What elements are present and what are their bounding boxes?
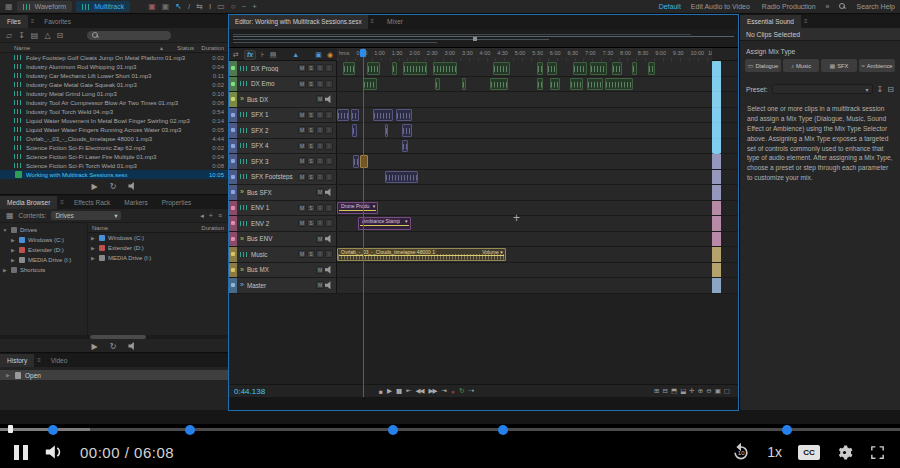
tree-item-extender-d[interactable]: ▶Extender (D:) [0,245,87,255]
input-monitor-button[interactable]: I [325,173,333,181]
tree-item-drives[interactable]: ▼Drives [0,225,87,235]
patch-icon[interactable]: ⇄ [233,51,239,59]
tab-history[interactable]: History [0,354,34,367]
markers-icon[interactable]: ▣ [315,51,322,59]
audio-clip[interactable] [537,62,543,75]
skip-to-start-button[interactable]: ⇤ [406,387,410,395]
mute-button[interactable]: M [298,204,306,212]
audio-clip[interactable] [392,62,397,75]
mute-button[interactable]: M [298,250,306,258]
file-row[interactable]: Industry Gate Metal Gate Squeak 01.mp30:… [0,80,228,89]
video-progress-bar[interactable] [0,428,900,431]
panel-menu-icon[interactable]: ≡ [368,15,378,29]
video-scrubber-handle[interactable] [8,425,13,433]
track-lane[interactable] [337,170,712,185]
preview-loop-button[interactable]: ↻ [110,342,117,351]
track-header-env-2[interactable]: ENV 2MSRI [229,216,337,231]
audio-clip[interactable] [363,78,377,91]
panel-menu-icon[interactable]: ≡ [34,354,44,367]
record-toggle-icon[interactable]: ▣ [148,2,156,12]
solo-button[interactable]: S [307,157,315,165]
file-row[interactable]: Working with Multitrack Sessions.sesx10:… [0,170,228,179]
audio-clip[interactable]: Ambiance Stamp F...▾ [358,217,411,230]
monitor-speaker-icon[interactable] [325,266,333,274]
track-lane[interactable] [337,61,712,76]
tab-effects-rack[interactable]: Effects Rack [67,196,117,209]
audio-clip[interactable] [435,78,440,91]
audio-clip[interactable] [550,78,560,91]
workspace-link-radio-production[interactable]: Radio Production [762,3,816,10]
file-row[interactable]: Science Fiction Sci-Fi Torch Weld 01.mp3… [0,161,228,170]
mute-button[interactable]: M [298,142,306,150]
panel-menu-icon[interactable]: ≡ [801,15,811,28]
input-monitor-button[interactable]: I [325,157,333,165]
preview-play-button[interactable]: ▶ [92,342,98,351]
tab-video[interactable]: Video [44,354,75,367]
column-name[interactable]: Name [14,45,30,51]
input-monitor-button[interactable]: I [325,250,333,258]
zoom-out-time-button[interactable]: ⊖ [706,387,711,395]
solo-button[interactable]: S [307,64,315,72]
record-arm-button[interactable]: R [316,157,324,165]
track-lane[interactable] [337,154,712,169]
expander-icon[interactable]: ▶ [90,255,96,261]
stop-button[interactable]: ■ [379,388,382,395]
clip-volume-label[interactable]: Volume ▾ [482,249,503,255]
track-lane[interactable]: Ambiance Stamp F...▾ [337,216,712,231]
input-monitor-button[interactable]: I [325,204,333,212]
new-item-icon[interactable]: ▤ [31,31,39,40]
audio-clip[interactable] [490,78,508,91]
timeline-ruler[interactable]: hms 0:301:001:302:002:303:003:304:004:30… [337,48,712,61]
history-entry-open[interactable]: ▶Open [0,370,228,380]
track-header-env-1[interactable]: ENV 1MSRI [229,201,337,216]
input-monitor-button[interactable]: I [325,80,333,88]
lasso-tool-icon[interactable]: ○ [231,2,236,12]
navigator-handle[interactable] [473,37,477,41]
playhead-line[interactable] [363,48,364,397]
zoom-navigator[interactable] [229,29,738,48]
track-lane[interactable] [337,278,712,293]
search-help-link[interactable]: Search Help [856,3,895,10]
track-lane[interactable] [337,139,712,154]
chapter-marker-dot[interactable] [782,425,792,435]
tab-media-browser[interactable]: Media Browser [0,196,57,209]
playback-speed-button[interactable]: 1x [767,444,782,460]
file-row[interactable]: Foley Footstep Golf Cleats Jump On Metal… [0,53,228,62]
track-header-bus-mx[interactable]: »Bus MXM [229,263,337,278]
track-header-music[interactable]: MusicMSRI [229,247,337,262]
mix-type-ambience[interactable]: ≈Ambience [859,59,895,72]
input-monitor-button[interactable]: I [325,219,333,227]
record-arm-button[interactable]: R [316,250,324,258]
mix-type-dialogue[interactable]: ▭Dialogue [745,59,781,72]
audio-clip[interactable] [337,109,349,122]
fullscreen-button[interactable] [869,444,886,461]
file-row[interactable]: Science Fiction Sci-Fi Laser Fire Multip… [0,152,228,161]
solo-button[interactable]: S [307,126,315,134]
mute-button[interactable]: M [316,95,324,103]
expander-icon[interactable]: ▶ [90,235,96,241]
zoom-out-amplitude-button[interactable]: ⬓ [680,387,686,395]
input-monitor-button[interactable]: I [325,111,333,119]
solo-button[interactable]: S [307,219,315,227]
record-arm-button[interactable]: R [316,126,324,134]
metronome-icon[interactable]: ⊦ [261,51,265,59]
move-tool-icon[interactable]: ↖ [175,2,182,12]
mute-button[interactable]: M [316,188,324,196]
back-icon[interactable]: ◂ [200,212,204,220]
play-button[interactable]: ▶ [387,387,391,395]
tree-item-media-drive-i[interactable]: ▶MEDIA Drive (I:) [0,255,87,265]
chapter-marker-dot[interactable] [185,425,195,435]
column-name[interactable]: Name [92,225,108,231]
track-header-sfx-3[interactable]: SFX 3MSRI [229,154,337,169]
filter-icon[interactable]: ≡ [218,212,222,220]
waveform-view-button[interactable]: Waveform [17,1,73,12]
import-files-icon[interactable]: ↧ [18,31,25,40]
settings-gear-icon[interactable] [836,444,853,461]
monitor-speaker-icon[interactable] [325,235,333,243]
expander-icon[interactable]: ▶ [10,257,16,263]
expander-icon[interactable]: ▶ [90,245,96,251]
track-header-bus-sfx[interactable]: »Bus SFXM [229,185,337,200]
solo-button[interactable]: S [307,204,315,212]
tab-properties[interactable]: Properties [155,196,199,209]
track-lane[interactable]: Drone Produ...▾ [337,201,712,216]
